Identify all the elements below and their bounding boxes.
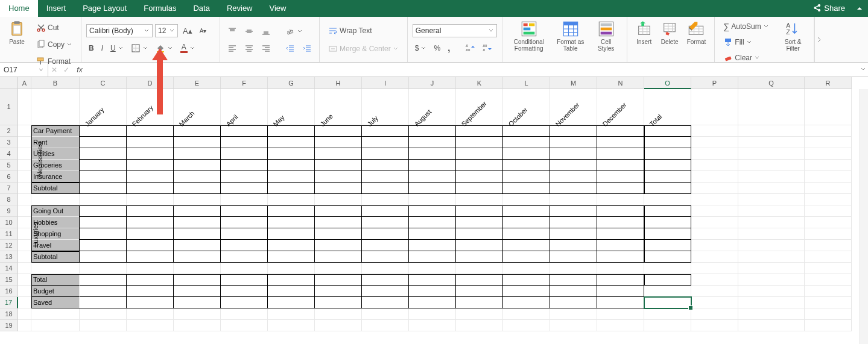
cell-J7[interactable] [409, 183, 456, 194]
cell-H2[interactable] [315, 125, 362, 137]
cell-B2[interactable]: Car Payment [31, 125, 80, 137]
cell-E2[interactable] [174, 125, 221, 137]
row-header-9[interactable]: 9 [0, 205, 18, 217]
cell-I19[interactable] [362, 320, 409, 331]
column-header-M[interactable]: M [550, 77, 597, 89]
cell-G12[interactable] [268, 240, 315, 251]
cell-H17[interactable] [315, 297, 362, 308]
cell-C2[interactable] [80, 125, 127, 137]
cell-R16[interactable] [805, 286, 852, 297]
orientation-button[interactable]: ab [283, 25, 305, 38]
cell-C8[interactable] [80, 194, 127, 205]
cell-L8[interactable] [503, 194, 550, 205]
cell-A19[interactable] [18, 320, 31, 331]
cell-F15[interactable] [221, 274, 268, 286]
cell-G2[interactable] [268, 125, 315, 137]
row-header-18[interactable]: 18 [0, 308, 18, 320]
cell-R9[interactable] [805, 205, 852, 217]
cell-K5[interactable] [456, 160, 503, 171]
cell-E10[interactable] [174, 217, 221, 228]
decrease-font-button[interactable]: A▾ [197, 26, 209, 36]
cell-E9[interactable] [174, 205, 221, 217]
cell-O7[interactable] [644, 183, 691, 194]
cell-F4[interactable] [221, 148, 268, 160]
cell-P18[interactable] [691, 308, 738, 320]
cell-A11[interactable] [18, 228, 31, 240]
expand-formula-bar[interactable] [858, 66, 868, 74]
cell-P9[interactable] [691, 205, 738, 217]
cell-C11[interactable] [80, 228, 127, 240]
cell-H6[interactable] [315, 171, 362, 183]
cell-D17[interactable] [127, 297, 174, 308]
cell-P3[interactable] [691, 137, 738, 148]
cell-J8[interactable] [409, 194, 456, 205]
cell-K12[interactable] [456, 240, 503, 251]
cell-J17[interactable] [409, 297, 456, 308]
cell-R12[interactable] [805, 240, 852, 251]
cell-F14[interactable] [221, 263, 268, 274]
cell-D5[interactable] [127, 160, 174, 171]
cell-L12[interactable] [503, 240, 550, 251]
cell-N3[interactable] [597, 137, 644, 148]
cell-E15[interactable] [174, 274, 221, 286]
cell-R6[interactable] [805, 171, 852, 183]
cell-A9[interactable] [18, 205, 31, 217]
cell-G19[interactable] [268, 320, 315, 331]
cell-P12[interactable] [691, 240, 738, 251]
cancel-formula-button[interactable]: ✕ [48, 66, 60, 74]
cell-N7[interactable] [597, 183, 644, 194]
cell-C10[interactable] [80, 217, 127, 228]
sort-filter-button[interactable]: AZ Sort & Filter [778, 19, 809, 60]
cell-A18[interactable] [18, 308, 31, 320]
cell-Q15[interactable] [738, 274, 805, 286]
cell-P19[interactable] [691, 320, 738, 331]
cell-H13[interactable] [315, 251, 362, 263]
cell-K2[interactable] [456, 125, 503, 137]
autosum-button[interactable]: ∑AutoSum [720, 19, 772, 34]
cell-D12[interactable] [127, 240, 174, 251]
row-header-15[interactable]: 15 [0, 274, 18, 286]
cell-L15[interactable] [503, 274, 550, 286]
cell-C15[interactable] [80, 274, 127, 286]
delete-cells-button[interactable]: Delete [657, 19, 682, 60]
cell-styles-button[interactable]: Cell Styles [591, 19, 622, 60]
cell-M18[interactable] [550, 308, 597, 320]
cell-I3[interactable] [362, 137, 409, 148]
cell-C19[interactable] [80, 320, 127, 331]
cell-R10[interactable] [805, 217, 852, 228]
cell-H18[interactable] [315, 308, 362, 320]
cell-Q16[interactable] [738, 286, 805, 297]
cell-F10[interactable] [221, 217, 268, 228]
cell-N2[interactable] [597, 125, 644, 137]
cell-B9[interactable]: Going Out [31, 205, 80, 217]
cell-M4[interactable] [550, 148, 597, 160]
cell-E17[interactable] [174, 297, 221, 308]
cell-G7[interactable] [268, 183, 315, 194]
cell-A8[interactable] [18, 194, 31, 205]
cell-C16[interactable] [80, 286, 127, 297]
cell-L7[interactable] [503, 183, 550, 194]
cell-O13[interactable] [644, 251, 691, 263]
cell-H9[interactable] [315, 205, 362, 217]
cell-Q10[interactable] [738, 217, 805, 228]
cell-N8[interactable] [597, 194, 644, 205]
cell-P6[interactable] [691, 171, 738, 183]
tab-data[interactable]: Data [185, 0, 218, 17]
cell-Q6[interactable] [738, 171, 805, 183]
font-color-button[interactable]: A [178, 41, 198, 55]
align-bottom-button[interactable] [259, 25, 273, 38]
cell-J10[interactable] [409, 217, 456, 228]
cell-J3[interactable] [409, 137, 456, 148]
cell-H10[interactable] [315, 217, 362, 228]
cell-D7[interactable] [127, 183, 174, 194]
cell-E16[interactable] [174, 286, 221, 297]
bold-button[interactable]: B [86, 42, 97, 54]
cell-Q12[interactable] [738, 240, 805, 251]
underline-button[interactable]: U [108, 42, 126, 54]
cell-A1[interactable] [18, 89, 31, 125]
cell-Q19[interactable] [738, 320, 805, 331]
align-right-button[interactable] [259, 42, 273, 55]
font-name-combo[interactable]: Calibri (Body) [86, 24, 153, 37]
paste-button[interactable]: Paste [5, 19, 29, 46]
cell-M12[interactable] [550, 240, 597, 251]
